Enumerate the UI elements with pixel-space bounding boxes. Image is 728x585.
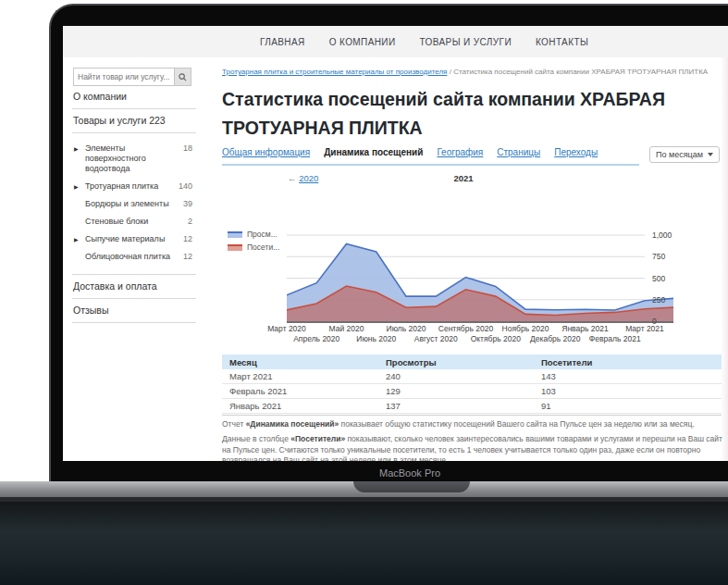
visits-table: МесяцПросмотрыПосетителиМарт 2021240143Ф… xyxy=(222,355,722,414)
y-axis-tick: 250 xyxy=(652,295,689,305)
y-axis-tick: 750 xyxy=(652,252,689,261)
category-count: 39 xyxy=(178,199,192,209)
sidebar-category[interactable]: ▶Сыпучие материалы12 xyxy=(72,230,196,248)
table-cell: 137 xyxy=(378,401,534,411)
sidebar-category[interactable]: ▶Тротуарная плитка140 xyxy=(72,178,196,195)
expand-arrow-icon: ▶ xyxy=(74,144,79,155)
table-cell: 129 xyxy=(378,386,534,396)
table-row: Март 2021240143 xyxy=(222,369,722,384)
table-header-cell: Посетители xyxy=(534,357,722,367)
device-label: MacBook Pro xyxy=(354,466,465,480)
table-cell: 143 xyxy=(534,371,722,381)
table-cell: Февраль 2021 xyxy=(222,386,378,396)
year-prev: ← 2020 xyxy=(288,173,318,183)
sidebar: О компании Товары и услуги 223 ▶Элементы… xyxy=(72,85,196,323)
x-axis-tick: Март 2021 xyxy=(608,324,682,333)
search-box xyxy=(73,68,191,86)
laptop-base-edge xyxy=(0,497,728,502)
note-dynamics: Отчет «Динамика посещений» показывает об… xyxy=(222,419,727,430)
breadcrumb-link[interactable]: Тротуарная плитка и строительные материа… xyxy=(222,68,447,76)
tabs-underline xyxy=(222,164,639,166)
nav-item[interactable]: КОНТАКТЫ xyxy=(536,37,588,47)
table-row: Январь 202113791 xyxy=(222,399,722,414)
table-header-cell: Просмотры xyxy=(378,357,534,367)
category-count: 140 xyxy=(173,181,192,192)
period-dropdown-value: По месяцам xyxy=(656,150,703,159)
tab-link[interactable]: Страницы xyxy=(497,147,540,157)
chart-legend: Просм...Посети... xyxy=(228,228,279,254)
nav-item[interactable]: ТОВАРЫ И УСЛУГИ xyxy=(420,37,512,47)
legend-label: Просм... xyxy=(247,230,278,239)
top-nav: ГЛАВНАЯО КОМПАНИИТОВАРЫ И УСЛУГИКОНТАКТЫ xyxy=(260,26,588,57)
table-cell: Январь 2021 xyxy=(222,401,378,411)
category-label: Элементы поверхностного водоотвода xyxy=(85,143,178,174)
expand-arrow-icon: ▶ xyxy=(74,182,79,193)
legend-swatch xyxy=(228,231,242,238)
browser-viewport: ГЛАВНАЯО КОМПАНИИТОВАРЫ И УСЛУГИКОНТАКТЫ… xyxy=(63,26,728,461)
notes-divider xyxy=(222,415,722,416)
category-list: ▶Элементы поверхностного водоотвода18▶Тр… xyxy=(72,133,196,275)
sidebar-item-reviews[interactable]: Отзывы xyxy=(72,299,196,323)
tabs: Общая информацияДинамика посещенийГеогра… xyxy=(222,147,598,157)
category-label: Облицовочная плитка xyxy=(85,252,170,262)
category-label: Тротуарная плитка xyxy=(85,181,158,192)
table-row: Февраль 2021129103 xyxy=(222,384,722,399)
desk-shadow xyxy=(0,502,728,585)
sidebar-category[interactable]: Стеновые блоки2 xyxy=(72,213,196,230)
category-count: 2 xyxy=(182,217,192,227)
arrow-left-icon: ← xyxy=(288,173,297,183)
breadcrumb-current: Статистика посещений сайта компании ХРАБ… xyxy=(453,68,708,76)
year-current: 2021 xyxy=(440,173,487,183)
y-axis-tick: 1,000 xyxy=(652,230,689,240)
sidebar-item-products[interactable]: Товары и услуги 223 xyxy=(72,109,196,133)
nav-item[interactable]: О КОМПАНИИ xyxy=(329,37,396,47)
expand-arrow-icon: ▶ xyxy=(74,235,79,245)
laptop-lid-notch xyxy=(353,481,470,492)
table-header-cell: Месяц xyxy=(222,357,378,367)
nav-item[interactable]: ГЛАВНАЯ xyxy=(260,37,305,47)
period-dropdown[interactable]: По месяцам xyxy=(649,146,720,163)
category-count: 12 xyxy=(178,252,192,262)
legend-item: Просм... xyxy=(228,228,279,241)
table-header-row: МесяцПросмотрыПосетители xyxy=(222,355,722,369)
category-count: 12 xyxy=(178,234,192,244)
breadcrumb: Тротуарная плитка и строительные материа… xyxy=(222,68,726,76)
search-button[interactable] xyxy=(174,68,191,85)
tab-link[interactable]: География xyxy=(437,147,483,157)
category-label: Стеновые блоки xyxy=(85,217,148,227)
table-cell: 103 xyxy=(534,386,722,396)
legend-swatch xyxy=(228,244,242,251)
tab-link[interactable]: Переходы xyxy=(554,147,598,157)
tab-link[interactable]: Общая информация xyxy=(222,147,310,157)
chevron-down-icon xyxy=(708,153,713,156)
note-visitors: Данные в столбце «Посетители» показывают… xyxy=(222,434,727,461)
legend-label: Посети... xyxy=(247,243,279,252)
sidebar-category[interactable]: ▶Элементы поверхностного водоотвода18 xyxy=(72,140,196,178)
table-cell: 91 xyxy=(534,401,722,411)
page-title: Статистика посещений сайта компании ХРАБ… xyxy=(222,85,728,143)
tab-active[interactable]: Динамика посещений xyxy=(324,147,423,157)
magnifier-icon xyxy=(179,73,187,81)
category-label: Бордюры и элементы xyxy=(85,199,169,209)
x-axis-tick: Февраль 2021 xyxy=(578,334,652,343)
sidebar-category[interactable]: Бордюры и элементы39 xyxy=(72,195,196,213)
legend-item: Посети... xyxy=(228,241,279,254)
table-cell: 240 xyxy=(378,371,534,381)
macbook-mockup: ГЛАВНАЯО КОМПАНИИТОВАРЫ И УСЛУГИКОНТАКТЫ… xyxy=(0,0,728,585)
category-label: Сыпучие материалы xyxy=(85,234,165,244)
table-cell: Март 2021 xyxy=(222,371,378,381)
year-prev-link[interactable]: 2020 xyxy=(299,173,318,183)
sidebar-item-delivery[interactable]: Доставка и оплата xyxy=(72,275,196,299)
sidebar-category[interactable]: Облицовочная плитка12 xyxy=(72,248,196,266)
y-axis-tick: 500 xyxy=(652,274,689,283)
category-count: 18 xyxy=(178,143,192,154)
search-input[interactable] xyxy=(74,68,174,85)
sidebar-item-about[interactable]: О компании xyxy=(72,85,196,109)
visits-chart xyxy=(287,234,675,325)
